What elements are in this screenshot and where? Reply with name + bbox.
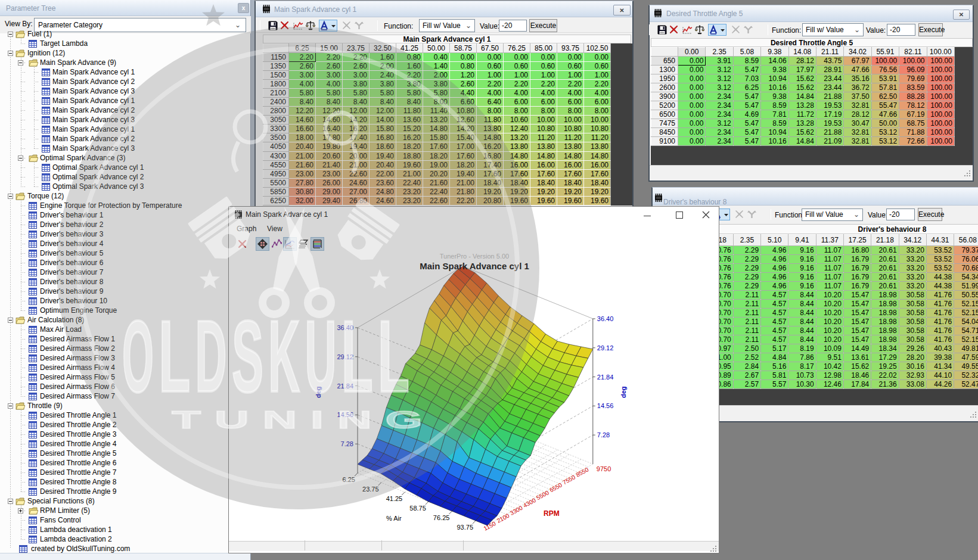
svg-text:6550: 6550 — [548, 481, 563, 493]
svg-text:7.28: 7.28 — [597, 431, 610, 438]
svg-text:8550: 8550 — [575, 466, 589, 478]
svg-text:14.56: 14.56 — [597, 402, 614, 409]
svg-text:23.75: 23.75 — [362, 486, 379, 493]
svg-text:7550: 7550 — [561, 474, 576, 486]
svg-text:21.84: 21.84 — [597, 374, 614, 381]
svg-text:41.25: 41.25 — [386, 495, 403, 502]
svg-text:RPM: RPM — [544, 509, 560, 518]
svg-text:3300: 3300 — [509, 505, 524, 517]
svg-text:36.40: 36.40 — [337, 324, 353, 331]
svg-text:deg: deg — [315, 386, 322, 398]
svg-text:58.75: 58.75 — [409, 505, 426, 512]
svg-text:29.12: 29.12 — [597, 344, 614, 351]
svg-text:6.25: 6.25 — [343, 476, 355, 483]
svg-text:93.75: 93.75 — [457, 524, 473, 531]
svg-text:29.12: 29.12 — [337, 353, 353, 360]
svg-text:TunerPro - Version 5.00: TunerPro - Version 5.00 — [440, 253, 509, 260]
svg-text:deg: deg — [620, 386, 627, 398]
svg-text:9750: 9750 — [597, 465, 611, 472]
svg-text:Main Spark Advance cyl 1: Main Spark Advance cyl 1 — [420, 261, 529, 271]
svg-text:76.25: 76.25 — [433, 514, 450, 521]
svg-text:5500: 5500 — [535, 489, 550, 501]
svg-text:7.28: 7.28 — [341, 440, 353, 447]
svg-text:14.56: 14.56 — [337, 411, 353, 418]
svg-text:% Air: % Air — [386, 515, 402, 522]
svg-text:36.40: 36.40 — [597, 315, 614, 322]
svg-text:4300: 4300 — [522, 497, 537, 509]
svg-text:21.84: 21.84 — [337, 382, 353, 390]
